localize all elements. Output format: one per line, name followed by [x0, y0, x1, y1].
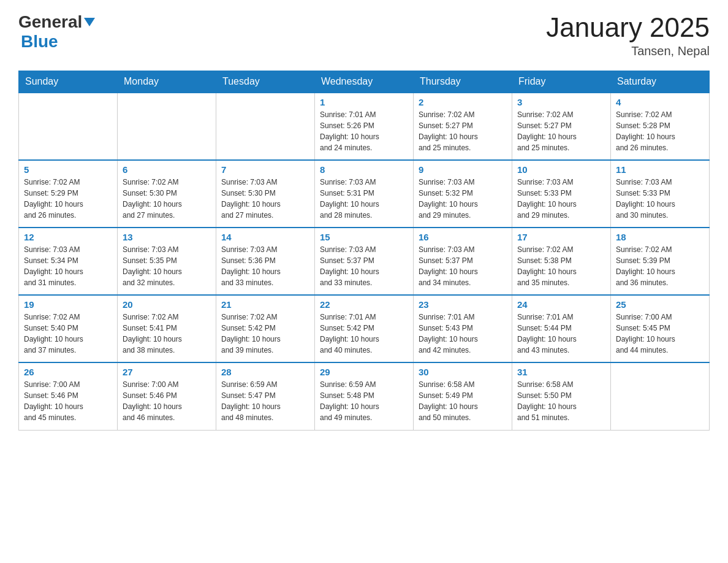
day-number: 10 [517, 164, 605, 175]
calendar-cell: 30Sunrise: 6:58 AM Sunset: 5:49 PM Dayli… [414, 362, 512, 430]
day-number: 21 [221, 299, 309, 310]
day-number: 1 [320, 97, 408, 107]
day-info: Sunrise: 7:03 AM Sunset: 5:30 PM Dayligh… [221, 177, 309, 221]
day-info: Sunrise: 7:03 AM Sunset: 5:37 PM Dayligh… [419, 244, 507, 288]
calendar-cell [611, 362, 710, 430]
day-info: Sunrise: 7:02 AM Sunset: 5:27 PM Dayligh… [419, 109, 507, 153]
day-info: Sunrise: 7:03 AM Sunset: 5:36 PM Dayligh… [221, 244, 309, 288]
day-info: Sunrise: 7:03 AM Sunset: 5:37 PM Dayligh… [320, 244, 408, 288]
calendar-cell: 11Sunrise: 7:03 AM Sunset: 5:33 PM Dayli… [611, 160, 710, 228]
day-number: 14 [221, 232, 309, 242]
calendar-cell: 23Sunrise: 7:01 AM Sunset: 5:43 PM Dayli… [414, 295, 512, 362]
day-number: 22 [320, 299, 408, 310]
day-info: Sunrise: 7:00 AM Sunset: 5:46 PM Dayligh… [123, 379, 211, 423]
day-number: 7 [221, 164, 309, 175]
calendar-cell: 29Sunrise: 6:59 AM Sunset: 5:48 PM Dayli… [315, 362, 414, 430]
day-number: 27 [123, 367, 211, 377]
day-number: 15 [320, 232, 408, 242]
logo-blue-text: Blue [21, 32, 58, 51]
day-number: 13 [123, 232, 211, 242]
day-number: 24 [517, 299, 605, 310]
logo: General Blue [18, 12, 95, 52]
calendar-header-saturday: Saturday [611, 71, 710, 93]
calendar-cell: 10Sunrise: 7:03 AM Sunset: 5:33 PM Dayli… [512, 160, 611, 228]
calendar-cell: 1Sunrise: 7:01 AM Sunset: 5:26 PM Daylig… [315, 93, 414, 160]
calendar-cell: 16Sunrise: 7:03 AM Sunset: 5:37 PM Dayli… [414, 228, 512, 295]
day-number: 31 [517, 367, 605, 377]
calendar-cell: 5Sunrise: 7:02 AM Sunset: 5:29 PM Daylig… [19, 160, 118, 228]
title-section: January 2025 Tansen, Nepal [546, 12, 710, 58]
calendar-cell [19, 93, 118, 160]
calendar-week-row-3: 12Sunrise: 7:03 AM Sunset: 5:34 PM Dayli… [19, 228, 710, 295]
calendar-cell: 13Sunrise: 7:03 AM Sunset: 5:35 PM Dayli… [118, 228, 216, 295]
day-info: Sunrise: 7:02 AM Sunset: 5:28 PM Dayligh… [616, 109, 704, 153]
day-number: 25 [616, 299, 704, 310]
calendar-cell: 8Sunrise: 7:03 AM Sunset: 5:31 PM Daylig… [315, 160, 414, 228]
day-number: 2 [419, 97, 507, 107]
day-number: 30 [419, 367, 507, 377]
day-info: Sunrise: 7:03 AM Sunset: 5:31 PM Dayligh… [320, 177, 408, 221]
calendar-week-row-5: 26Sunrise: 7:00 AM Sunset: 5:46 PM Dayli… [19, 362, 710, 430]
calendar-header-friday: Friday [512, 71, 611, 93]
day-number: 19 [24, 299, 112, 310]
logo-arrow-icon [84, 18, 95, 29]
day-info: Sunrise: 7:00 AM Sunset: 5:45 PM Dayligh… [616, 312, 704, 356]
calendar-table: SundayMondayTuesdayWednesdayThursdayFrid… [18, 71, 710, 431]
calendar-cell: 7Sunrise: 7:03 AM Sunset: 5:30 PM Daylig… [216, 160, 315, 228]
day-number: 8 [320, 164, 408, 175]
day-number: 3 [517, 97, 605, 107]
day-number: 9 [419, 164, 507, 175]
calendar-cell: 21Sunrise: 7:02 AM Sunset: 5:42 PM Dayli… [216, 295, 315, 362]
month-title: January 2025 [546, 12, 710, 43]
calendar-cell: 3Sunrise: 7:02 AM Sunset: 5:27 PM Daylig… [512, 93, 611, 160]
logo-general-text: General [18, 12, 82, 32]
day-number: 23 [419, 299, 507, 310]
day-number: 26 [24, 367, 112, 377]
calendar-cell: 2Sunrise: 7:02 AM Sunset: 5:27 PM Daylig… [414, 93, 512, 160]
calendar-cell: 14Sunrise: 7:03 AM Sunset: 5:36 PM Dayli… [216, 228, 315, 295]
day-number: 18 [616, 232, 704, 242]
calendar-cell [216, 93, 315, 160]
location: Tansen, Nepal [546, 44, 710, 58]
calendar-cell: 6Sunrise: 7:02 AM Sunset: 5:30 PM Daylig… [118, 160, 216, 228]
calendar-cell: 26Sunrise: 7:00 AM Sunset: 5:46 PM Dayli… [19, 362, 118, 430]
calendar-header-monday: Monday [118, 71, 216, 93]
page-header: General Blue January 2025 Tansen, Nepal [18, 12, 710, 58]
day-info: Sunrise: 7:03 AM Sunset: 5:33 PM Dayligh… [517, 177, 605, 221]
day-info: Sunrise: 7:02 AM Sunset: 5:40 PM Dayligh… [24, 312, 112, 356]
day-info: Sunrise: 7:03 AM Sunset: 5:35 PM Dayligh… [123, 244, 211, 288]
calendar-cell: 28Sunrise: 6:59 AM Sunset: 5:47 PM Dayli… [216, 362, 315, 430]
calendar-cell [118, 93, 216, 160]
calendar-cell: 22Sunrise: 7:01 AM Sunset: 5:42 PM Dayli… [315, 295, 414, 362]
calendar-week-row-2: 5Sunrise: 7:02 AM Sunset: 5:29 PM Daylig… [19, 160, 710, 228]
calendar-header-wednesday: Wednesday [315, 71, 414, 93]
day-info: Sunrise: 7:02 AM Sunset: 5:39 PM Dayligh… [616, 244, 704, 288]
calendar-cell: 15Sunrise: 7:03 AM Sunset: 5:37 PM Dayli… [315, 228, 414, 295]
day-number: 12 [24, 232, 112, 242]
day-info: Sunrise: 6:58 AM Sunset: 5:50 PM Dayligh… [517, 379, 605, 423]
day-info: Sunrise: 7:01 AM Sunset: 5:43 PM Dayligh… [419, 312, 507, 356]
calendar-cell: 12Sunrise: 7:03 AM Sunset: 5:34 PM Dayli… [19, 228, 118, 295]
day-info: Sunrise: 7:02 AM Sunset: 5:42 PM Dayligh… [221, 312, 309, 356]
day-number: 6 [123, 164, 211, 175]
day-info: Sunrise: 6:58 AM Sunset: 5:49 PM Dayligh… [419, 379, 507, 423]
day-number: 5 [24, 164, 112, 175]
day-info: Sunrise: 6:59 AM Sunset: 5:47 PM Dayligh… [221, 379, 309, 423]
calendar-cell: 27Sunrise: 7:00 AM Sunset: 5:46 PM Dayli… [118, 362, 216, 430]
calendar-week-row-1: 1Sunrise: 7:01 AM Sunset: 5:26 PM Daylig… [19, 93, 710, 160]
day-info: Sunrise: 7:01 AM Sunset: 5:44 PM Dayligh… [517, 312, 605, 356]
day-info: Sunrise: 7:02 AM Sunset: 5:29 PM Dayligh… [24, 177, 112, 221]
day-number: 28 [221, 367, 309, 377]
day-info: Sunrise: 7:01 AM Sunset: 5:42 PM Dayligh… [320, 312, 408, 356]
calendar-cell: 20Sunrise: 7:02 AM Sunset: 5:41 PM Dayli… [118, 295, 216, 362]
day-number: 11 [616, 164, 704, 175]
day-info: Sunrise: 7:00 AM Sunset: 5:46 PM Dayligh… [24, 379, 112, 423]
day-info: Sunrise: 6:59 AM Sunset: 5:48 PM Dayligh… [320, 379, 408, 423]
calendar-cell: 4Sunrise: 7:02 AM Sunset: 5:28 PM Daylig… [611, 93, 710, 160]
day-info: Sunrise: 7:02 AM Sunset: 5:30 PM Dayligh… [123, 177, 211, 221]
calendar-cell: 25Sunrise: 7:00 AM Sunset: 5:45 PM Dayli… [611, 295, 710, 362]
day-number: 17 [517, 232, 605, 242]
calendar-cell: 24Sunrise: 7:01 AM Sunset: 5:44 PM Dayli… [512, 295, 611, 362]
day-info: Sunrise: 7:01 AM Sunset: 5:26 PM Dayligh… [320, 109, 408, 153]
calendar-week-row-4: 19Sunrise: 7:02 AM Sunset: 5:40 PM Dayli… [19, 295, 710, 362]
